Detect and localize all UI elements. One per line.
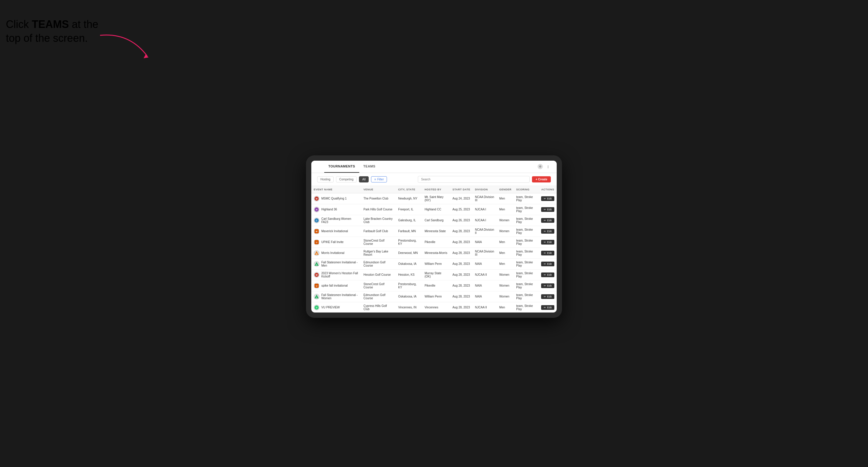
pencil-icon: ✏ (544, 230, 546, 233)
scoring-cell: team, Stroke Play (514, 226, 539, 237)
edit-label: Edit (547, 284, 552, 287)
start-date-cell: Aug 28, 2023 (450, 237, 473, 247)
gender-cell: Women (497, 226, 514, 237)
table-row: V VU PREVIEW Cypress Hills Golf Club Vin… (311, 302, 557, 312)
edit-label: Edit (547, 219, 552, 222)
edit-button[interactable]: ✏ Edit (541, 283, 554, 288)
col-hosted-by: HOSTED BY (422, 186, 450, 193)
gender-cell: Women (497, 291, 514, 302)
edit-button[interactable]: ✏ Edit (541, 261, 554, 266)
scoring-cell: team, Stroke Play (514, 247, 539, 258)
hosted-by-cell: Minnesota-Morris (422, 247, 450, 258)
venue-cell: Edmundson Golf Course (361, 291, 396, 302)
start-date-cell: Aug 28, 2023 (450, 269, 473, 280)
division-cell: NAIA (472, 237, 497, 247)
team-icon: F (314, 261, 319, 267)
edit-button[interactable]: ✏ Edit (541, 218, 554, 223)
col-scoring: SCORING (514, 186, 539, 193)
arrow-indicator (94, 29, 159, 66)
scoring-cell: team, Stroke Play (514, 237, 539, 247)
start-date-cell: Aug 28, 2023 (450, 226, 473, 237)
team-icon: W (314, 272, 319, 278)
city-cell: Vincennes, IN (396, 302, 422, 312)
nav-bar: TOURNAMENTS TEAMS ⚙ | (311, 161, 557, 173)
svg-marker-0 (144, 55, 149, 58)
edit-label: Edit (547, 197, 552, 200)
edit-button[interactable]: ✏ Edit (541, 294, 554, 299)
edit-button[interactable]: ✏ Edit (541, 305, 554, 310)
tournaments-table-container: EVENT NAME VENUE CITY, STATE HOSTED BY S… (311, 186, 557, 312)
svg-text:C: C (316, 220, 317, 222)
gender-cell: Men (497, 247, 514, 258)
gender-cell: Men (497, 302, 514, 312)
venue-cell: StoneCrest Golf Course (361, 237, 396, 247)
edit-button[interactable]: ✏ Edit (541, 240, 554, 245)
pencil-icon: ✏ (544, 219, 546, 222)
table-row: U upike fall invitational StoneCrest Gol… (311, 280, 557, 291)
filter-label: Filter (377, 178, 384, 181)
edit-button[interactable]: ✏ Edit (541, 196, 554, 201)
col-start-date: START DATE (450, 186, 473, 193)
event-name: Carl Sandburg Women FA23 (321, 217, 359, 224)
actions-cell: ✏ Edit (539, 204, 557, 215)
svg-text:U: U (316, 285, 317, 287)
team-icon: H (314, 207, 319, 213)
hosted-by-cell: Pikeville (422, 280, 450, 291)
hosted-by-cell: Murray State (OK) (422, 269, 450, 280)
actions-cell: ✏ Edit (539, 237, 557, 247)
svg-text:M: M (316, 198, 317, 200)
edit-button[interactable]: ✏ Edit (541, 207, 554, 212)
event-name-cell: H Highland 36 (311, 204, 361, 215)
edit-label: Edit (547, 295, 552, 298)
team-icon: U (314, 239, 319, 245)
all-tab[interactable]: All (359, 176, 369, 182)
edit-button[interactable]: ✏ Edit (541, 273, 554, 277)
edit-button[interactable]: ✏ Edit (541, 229, 554, 234)
scoring-cell: team, Stroke Play (514, 302, 539, 312)
gender-cell: Women (497, 269, 514, 280)
search-input[interactable] (418, 176, 530, 183)
filter-bar: Hosting Competing All ≡ Filter + Create (311, 173, 557, 186)
col-venue: VENUE (361, 186, 396, 193)
event-name: MSMC Qualifying 1 (321, 197, 347, 200)
division-cell: NCAA Division III (472, 193, 497, 204)
table-row: M MSMC Qualifying 1 The Powelton Club Ne… (311, 193, 557, 204)
edit-button[interactable]: ✏ Edit (541, 251, 554, 255)
gender-cell: Women (497, 280, 514, 291)
start-date-cell: Aug 28, 2023 (450, 302, 473, 312)
city-cell: Newburgh, NY (396, 193, 422, 204)
col-city-state: CITY, STATE (396, 186, 422, 193)
table-row: F Fall Statesmen Invitational - Men Edmu… (311, 258, 557, 269)
team-icon: M (314, 196, 319, 201)
actions-cell: ✏ Edit (539, 226, 557, 237)
division-cell: NCAA Division II (472, 226, 497, 237)
edit-label: Edit (547, 230, 552, 233)
table-row: H Highland 36 Park Hills Golf Course Fre… (311, 204, 557, 215)
division-cell: NCAA Division III (472, 247, 497, 258)
table-body: M MSMC Qualifying 1 The Powelton Club Ne… (311, 193, 557, 312)
team-icon: M (314, 228, 319, 234)
hosting-tab[interactable]: Hosting (317, 176, 334, 182)
create-button[interactable]: + Create (532, 176, 551, 182)
actions-cell: ✏ Edit (539, 247, 557, 258)
scoring-cell: team, Stroke Play (514, 291, 539, 302)
event-name-cell: M MSMC Qualifying 1 (311, 193, 361, 204)
hosted-by-cell: Minnesota State (422, 226, 450, 237)
start-date-cell: Aug 24, 2023 (450, 193, 473, 204)
col-event-name: EVENT NAME (311, 186, 361, 193)
edit-label: Edit (547, 241, 552, 244)
team-icon: F (314, 294, 319, 300)
venue-cell: The Powelton Club (361, 193, 396, 204)
competing-tab[interactable]: Competing (336, 176, 356, 182)
filter-button[interactable]: ≡ Filter (371, 176, 387, 182)
nav-tournaments[interactable]: TOURNAMENTS (324, 161, 359, 173)
actions-cell: ✏ Edit (539, 215, 557, 226)
event-name-cell: F Fall Statesmen Invitational - Men (311, 258, 361, 269)
gender-cell: Men (497, 193, 514, 204)
pencil-icon: ✏ (544, 197, 546, 200)
city-cell: Prestonsburg, KY (396, 280, 422, 291)
start-date-cell: Aug 28, 2023 (450, 247, 473, 258)
nav-teams[interactable]: TEAMS (359, 161, 379, 173)
actions-cell: ✏ Edit (539, 302, 557, 312)
svg-text:F: F (316, 264, 317, 266)
